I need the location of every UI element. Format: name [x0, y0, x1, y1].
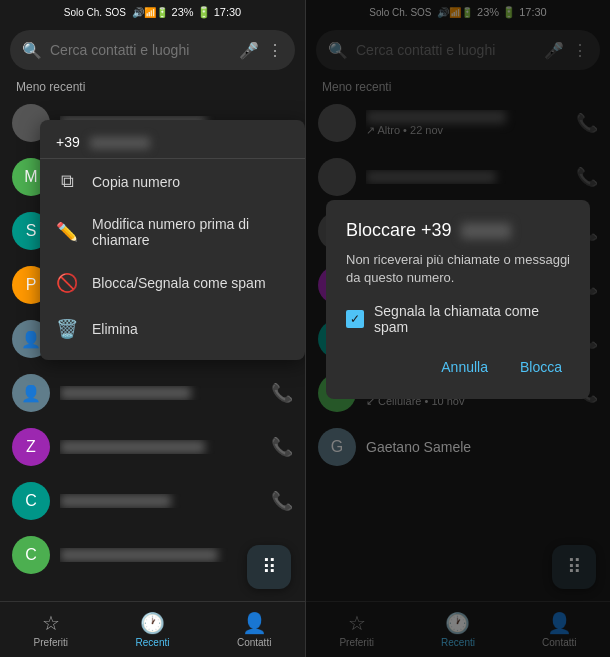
context-edit[interactable]: ✏️ Modifica numero prima di chiamare: [40, 204, 305, 260]
star-icon-left: ☆: [42, 611, 60, 635]
context-copy[interactable]: ⧉ Copia numero: [40, 159, 305, 204]
confirm-block-button[interactable]: Blocca: [512, 355, 570, 379]
dialog-checkbox-row[interactable]: ✓ Segnala la chiamata come spam: [346, 303, 570, 335]
status-bar-left: Solo Ch. SOS 🔊📶🔋 23% 🔋 17:30: [0, 0, 305, 24]
context-block-label: Blocca/Segnala come spam: [92, 275, 266, 291]
nav-preferiti-left[interactable]: ☆ Preferiti: [0, 611, 102, 648]
avatar-c1: C: [12, 482, 50, 520]
list-item[interactable]: 👤 📞: [0, 366, 305, 420]
list-item[interactable]: C 📞: [0, 474, 305, 528]
spam-checkbox[interactable]: ✓: [346, 310, 364, 328]
call-icon-c1[interactable]: 📞: [271, 490, 293, 512]
name-grey2: [60, 386, 191, 400]
context-block[interactable]: 🚫 Blocca/Segnala come spam: [40, 260, 305, 306]
nav-label-preferiti-left: Preferiti: [34, 637, 68, 648]
dialog-title: Bloccare +39: [346, 220, 570, 241]
nav-recenti-left[interactable]: 🕐 Recenti: [102, 611, 204, 648]
item-info-z: [60, 440, 261, 454]
copy-icon: ⧉: [56, 171, 78, 192]
bottom-nav-left: ☆ Preferiti 🕐 Recenti 👤 Contatti: [0, 601, 305, 657]
search-input-left[interactable]: [50, 42, 231, 58]
name-c2: [60, 548, 218, 562]
carrier-left: Solo Ch. SOS 🔊📶🔋: [64, 7, 168, 18]
block-dialog: Bloccare +39 Non riceverai più chiamate …: [326, 200, 590, 399]
context-copy-label: Copia numero: [92, 174, 180, 190]
call-icon-z[interactable]: 📞: [271, 436, 293, 458]
avatar-z: Z: [12, 428, 50, 466]
list-item[interactable]: Z 📞: [0, 420, 305, 474]
delete-icon: 🗑️: [56, 318, 78, 340]
nav-label-contatti-left: Contatti: [237, 637, 271, 648]
search-icon-left: 🔍: [22, 41, 42, 60]
nav-contatti-left[interactable]: 👤 Contatti: [203, 611, 305, 648]
context-menu: +39 ⧉ Copia numero ✏️ Modifica numero pr…: [40, 120, 305, 360]
edit-icon: ✏️: [56, 221, 78, 243]
block-icon: 🚫: [56, 272, 78, 294]
avatar-c2: C: [12, 536, 50, 574]
more-icon-left[interactable]: ⋮: [267, 41, 283, 60]
left-panel: Solo Ch. SOS 🔊📶🔋 23% 🔋 17:30 🔍 🎤 ⋮ Meno …: [0, 0, 305, 657]
right-panel: Solo Ch. SOS 🔊📶🔋 23% 🔋 17:30 🔍 🎤 ⋮ Meno …: [305, 0, 610, 657]
context-header: +39: [40, 128, 305, 159]
dialog-body: Non riceverai più chiamate o messaggi da…: [346, 251, 570, 287]
mic-icon-left[interactable]: 🎤: [239, 41, 259, 60]
context-delete[interactable]: 🗑️ Elimina: [40, 306, 305, 352]
clock-icon-left: 🕐: [140, 611, 165, 635]
item-info-grey2: [60, 386, 261, 400]
nav-label-recenti-left: Recenti: [136, 637, 170, 648]
dialog-actions: Annulla Blocca: [346, 355, 570, 379]
person-icon-left: 👤: [242, 611, 267, 635]
context-edit-label: Modifica numero prima di chiamare: [92, 216, 289, 248]
battery-left: 23% 🔋 17:30: [172, 6, 242, 19]
call-icon-grey2[interactable]: 📞: [271, 382, 293, 404]
context-delete-label: Elimina: [92, 321, 138, 337]
fab-left[interactable]: ⠿: [247, 545, 291, 589]
avatar-grey2: 👤: [12, 374, 50, 412]
section-label-left: Meno recenti: [0, 76, 305, 96]
spam-checkbox-label: Segnala la chiamata come spam: [374, 303, 570, 335]
name-c1: [60, 494, 171, 508]
search-bar-left[interactable]: 🔍 🎤 ⋮: [10, 30, 295, 70]
name-z: [60, 440, 205, 454]
cancel-button[interactable]: Annulla: [433, 355, 496, 379]
item-info-c1: [60, 494, 261, 508]
